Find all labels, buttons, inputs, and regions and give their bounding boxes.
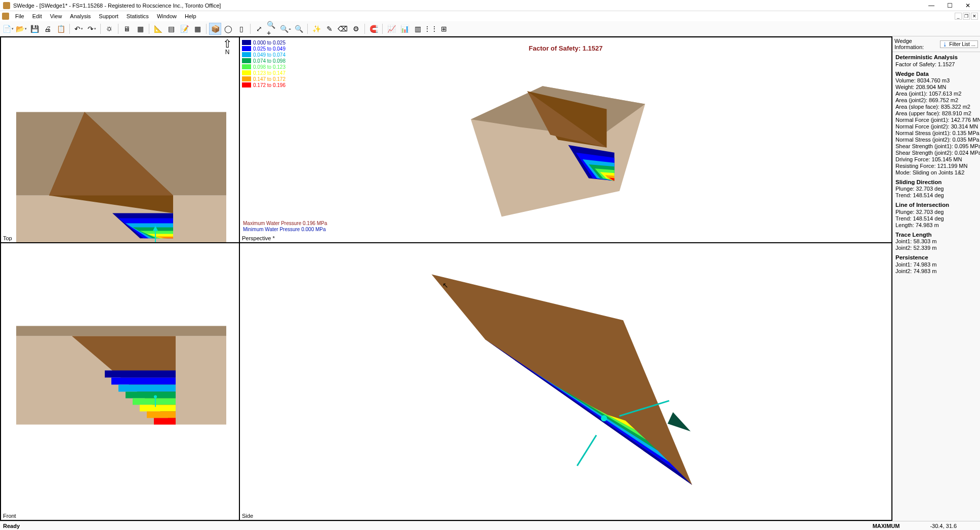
- workspace: ⇧ N Top: [0, 36, 980, 521]
- zoom-window-button[interactable]: 🔍: [293, 23, 305, 35]
- viewport-grid: ⇧ N Top: [0, 36, 891, 521]
- menu-help[interactable]: Help: [181, 12, 200, 20]
- statusbar: Ready MAXIMUM -30.4, 31.6: [0, 521, 980, 530]
- svg-rect-33: [118, 385, 176, 392]
- status-ready: Ready: [3, 523, 20, 529]
- legend-row: 0.123 to 0.147: [242, 70, 285, 76]
- settings-button[interactable]: ⚙: [350, 23, 362, 35]
- zoom-extents-button[interactable]: ⤢: [253, 23, 265, 35]
- open-button[interactable]: 📂: [15, 23, 27, 35]
- view-label-side: Side: [242, 513, 253, 519]
- doc-icon: [2, 13, 9, 20]
- window-title: SWedge - [SWedge1* - FS=1.15268 - Regist…: [13, 3, 922, 9]
- status-coords: -30.4, 31.6: [930, 523, 957, 529]
- pencil-button[interactable]: ✎: [323, 23, 336, 35]
- view-label-front: Front: [3, 513, 16, 519]
- svg-rect-37: [147, 412, 176, 418]
- export-excel-button[interactable]: ⊞: [438, 23, 450, 35]
- filter-list-button[interactable]: ⭳ Filter List ...: [940, 40, 978, 48]
- panel-button[interactable]: ▯: [235, 23, 248, 35]
- zoom-in-button[interactable]: 🔍+: [266, 23, 278, 35]
- zoom-out-button[interactable]: 🔍-: [279, 23, 292, 35]
- views-grid-button[interactable]: ▦: [134, 23, 146, 35]
- view-label-perspective: Perspective *: [242, 235, 275, 241]
- legend-row: 0.025 to 0.049: [242, 46, 285, 52]
- sidebar-title: Wedge Information:: [894, 38, 940, 50]
- svg-line-49: [577, 435, 596, 466]
- wand-button[interactable]: ✨: [310, 23, 322, 35]
- menu-edit[interactable]: Edit: [28, 12, 46, 20]
- eraser-button[interactable]: ⌫: [337, 23, 349, 35]
- status-mode: MAXIMUM: [873, 523, 900, 529]
- menu-file[interactable]: File: [11, 12, 28, 20]
- mdi-minimize[interactable]: _: [955, 13, 962, 20]
- view-side[interactable]: ↖ Side: [240, 243, 891, 520]
- menu-support[interactable]: Support: [95, 12, 123, 20]
- menu-view[interactable]: View: [46, 12, 66, 20]
- menu-window[interactable]: Window: [153, 12, 181, 20]
- svg-rect-32: [111, 378, 176, 385]
- svg-rect-31: [105, 371, 176, 378]
- grid-button[interactable]: ▦: [191, 23, 203, 35]
- close-button[interactable]: ✕: [959, 1, 977, 11]
- view-top[interactable]: ⇧ N Top: [1, 37, 239, 242]
- copy-button[interactable]: 📋: [55, 23, 67, 35]
- menu-analysis[interactable]: Analysis: [66, 12, 95, 20]
- mdi-close[interactable]: ✕: [971, 13, 978, 20]
- view-perspective[interactable]: Factor of Safety: 1.1527 0.000 to 0.0250…: [240, 37, 891, 242]
- maximize-button[interactable]: ☐: [941, 1, 959, 11]
- menu-statistics[interactable]: Statistics: [123, 12, 153, 20]
- svg-rect-28: [16, 326, 226, 336]
- menubar: FileEditViewAnalysisSupportStatisticsWin…: [0, 11, 980, 21]
- legend-row: 0.074 to 0.098: [242, 58, 285, 64]
- compass-icon: ⇧ N: [223, 39, 232, 56]
- view-front[interactable]: Front: [1, 243, 239, 520]
- svg-rect-35: [133, 399, 176, 405]
- chart-bar-button[interactable]: 📊: [398, 23, 411, 35]
- redo-button[interactable]: ↷: [86, 23, 98, 35]
- view-label-top: Top: [3, 235, 12, 241]
- max-water-pressure: Maximum Water Pressure 0.196 MPa: [243, 220, 327, 226]
- filter-icon: ⭳: [943, 41, 948, 47]
- color-legend: 0.000 to 0.0250.025 to 0.0490.049 to 0.0…: [242, 39, 285, 88]
- legend-row: 0.000 to 0.025: [242, 39, 285, 46]
- magnet-button[interactable]: 🧲: [368, 23, 380, 35]
- save-button[interactable]: 💾: [28, 23, 40, 35]
- minimize-button[interactable]: —: [922, 1, 941, 11]
- wedge-info-text: Deterministic Analysis Factor of Safety:…: [892, 52, 980, 521]
- svg-rect-36: [140, 405, 176, 412]
- svg-rect-38: [154, 418, 176, 425]
- sphere-button[interactable]: ◯: [222, 23, 234, 35]
- min-water-pressure: Minimum Water Pressure 0.000 MPa: [243, 227, 326, 232]
- svg-rect-34: [126, 392, 176, 399]
- app-icon: [3, 2, 10, 9]
- print-button[interactable]: 🖨: [42, 23, 54, 35]
- toolbar: 📄📂💾🖨📋↶↷⛭🖥▦📐▤📝▦📦◯▯⤢🔍+🔍-🔍✨✎⌫⚙🧲📈📊▥⋮⋮⊞: [0, 21, 980, 36]
- titlebar: SWedge - [SWedge1* - FS=1.15268 - Regist…: [0, 0, 980, 11]
- fos-label: Factor of Safety: 1.1527: [529, 45, 603, 52]
- legend-row: 0.147 to 0.172: [242, 76, 285, 82]
- wedge-info-panel: Wedge Information: ⭳ Filter List ... Det…: [891, 36, 980, 521]
- chart-line-button[interactable]: 📈: [385, 23, 397, 35]
- svg-point-52: [601, 415, 607, 421]
- legend-row: 0.049 to 0.074: [242, 52, 285, 58]
- mdi-restore[interactable]: ❐: [963, 13, 970, 20]
- wedge3d-button[interactable]: 📦: [209, 23, 221, 35]
- screen-button[interactable]: 🖥: [121, 23, 133, 35]
- notes-button[interactable]: 📝: [178, 23, 190, 35]
- mdi-window-controls: _ ❐ ✕: [955, 13, 978, 20]
- undo-button[interactable]: ↶: [72, 23, 85, 35]
- new-button[interactable]: 📄: [2, 23, 14, 35]
- compute-button[interactable]: ⛭: [103, 23, 115, 35]
- svg-marker-51: [668, 412, 690, 431]
- legend-row: 0.172 to 0.196: [242, 82, 285, 88]
- cursor-icon: ↖: [442, 281, 448, 289]
- svg-rect-12: [16, 239, 226, 243]
- chart-scatter-button[interactable]: ⋮⋮: [425, 23, 437, 35]
- legend-row: 0.098 to 0.123: [242, 64, 285, 70]
- chart-hist-button[interactable]: ▥: [412, 23, 424, 35]
- table-button[interactable]: ▤: [165, 23, 177, 35]
- measure-button[interactable]: 📐: [152, 23, 164, 35]
